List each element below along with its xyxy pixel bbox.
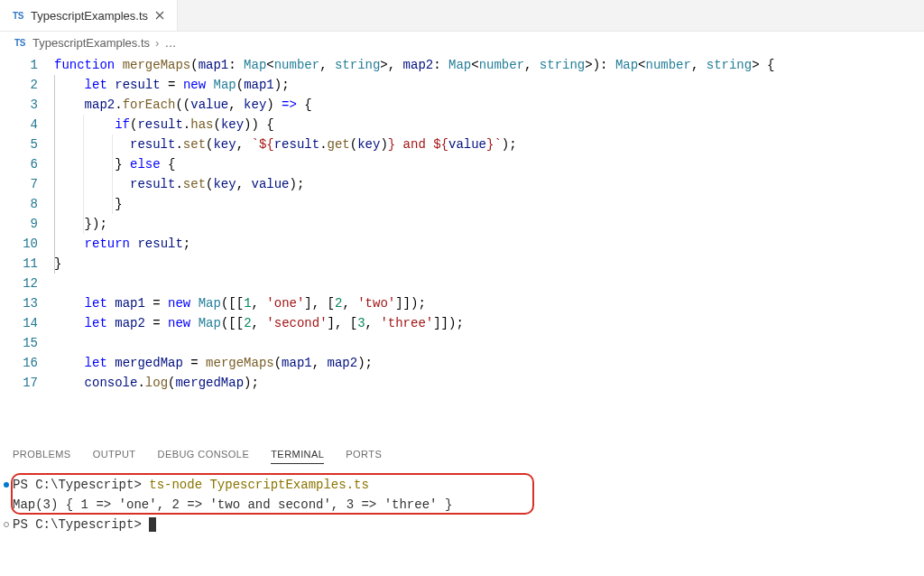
indent-guide <box>54 234 55 254</box>
indent-guide <box>112 135 113 154</box>
panel-tab-problems[interactable]: PROBLEMS <box>13 449 71 464</box>
code-line[interactable]: 10 return result; <box>0 234 924 254</box>
indent-guide <box>83 174 84 194</box>
line-number: 16 <box>0 353 54 373</box>
line-number: 7 <box>0 174 54 194</box>
indent-guide <box>54 95 55 115</box>
code-line[interactable]: 1function mergeMaps(map1: Map<number, st… <box>0 55 924 75</box>
terminal-status-dot-icon <box>4 482 9 488</box>
line-number: 11 <box>0 254 54 274</box>
line-number: 9 <box>0 214 54 234</box>
indent-guide <box>54 75 55 95</box>
line-number: 4 <box>0 115 54 135</box>
line-number: 13 <box>0 293 54 313</box>
code-content: function mergeMaps(map1: Map<number, str… <box>54 55 924 75</box>
line-number: 6 <box>0 154 54 174</box>
code-content: return result; <box>54 234 924 254</box>
tab-title: TypescriptExamples.ts <box>31 9 148 23</box>
terminal[interactable]: PS C:\Typescript> ts-node TypescriptExam… <box>0 469 924 540</box>
code-content <box>54 333 924 353</box>
panel-tab-bar: PROBLEMS OUTPUT DEBUG CONSOLE TERMINAL P… <box>0 441 924 469</box>
tab-typescript-examples[interactable]: TS TypescriptExamples.ts <box>0 0 178 31</box>
code-editor[interactable]: 1function mergeMaps(map1: Map<number, st… <box>0 53 924 405</box>
line-number: 15 <box>0 333 54 353</box>
code-content: } <box>54 194 924 214</box>
breadcrumb[interactable]: TS TypescriptExamples.ts › … <box>0 32 924 53</box>
line-number: 12 <box>0 274 54 293</box>
code-content: result.set(key, value); <box>54 174 924 194</box>
code-content: map2.forEach((value, key) => { <box>54 95 924 115</box>
line-number: 2 <box>0 75 54 95</box>
code-line[interactable]: 2 let result = new Map(map1); <box>0 75 924 95</box>
indent-guide <box>83 115 84 135</box>
typescript-file-icon: TS <box>13 35 27 50</box>
line-number: 3 <box>0 95 54 115</box>
indent-guide <box>112 154 113 174</box>
terminal-line: PS C:\Typescript> ts-node TypescriptExam… <box>13 475 911 495</box>
close-icon[interactable] <box>153 9 166 22</box>
chevron-right-icon: › <box>155 36 159 50</box>
indent-guide <box>54 254 55 274</box>
terminal-line: Map(3) { 1 => 'one', 2 => 'two and secon… <box>13 495 911 515</box>
code-line[interactable]: 12 <box>0 274 924 293</box>
code-line[interactable]: 17 console.log(mergedMap); <box>0 373 924 393</box>
terminal-line: PS C:\Typescript> <box>13 515 911 534</box>
code-line[interactable]: 11} <box>0 254 924 274</box>
indent-guide <box>83 214 84 234</box>
code-line[interactable]: 8 } <box>0 194 924 214</box>
indent-guide <box>83 194 84 214</box>
code-line[interactable]: 9 }); <box>0 214 924 234</box>
panel-tab-output[interactable]: OUTPUT <box>93 449 136 464</box>
editor-tab-bar: TS TypescriptExamples.ts <box>0 0 924 32</box>
indent-guide <box>54 135 55 154</box>
breadcrumb-more: … <box>164 36 176 50</box>
code-content: console.log(mergedMap); <box>54 373 924 393</box>
panel-tab-ports[interactable]: PORTS <box>346 449 382 464</box>
indent-guide <box>112 174 113 194</box>
code-content: result.set(key, `${result.get(key)} and … <box>54 135 924 154</box>
indent-guide <box>112 194 113 214</box>
indent-guide <box>54 174 55 194</box>
code-content: let result = new Map(map1); <box>54 75 924 95</box>
code-line[interactable]: 4 if(result.has(key)) { <box>0 115 924 135</box>
indent-guide <box>54 214 55 234</box>
code-line[interactable]: 15 <box>0 333 924 353</box>
code-content: } <box>54 254 924 274</box>
panel-tab-debug[interactable]: DEBUG CONSOLE <box>158 449 250 464</box>
code-content: let map2 = new Map([[2, 'second'], [3, '… <box>54 313 924 333</box>
code-content <box>54 274 924 293</box>
code-content: if(result.has(key)) { <box>54 115 924 135</box>
code-content: }); <box>54 214 924 234</box>
line-number: 17 <box>0 373 54 393</box>
code-content: } else { <box>54 154 924 174</box>
line-number: 5 <box>0 135 54 154</box>
indent-guide <box>83 154 84 174</box>
indent-guide <box>54 154 55 174</box>
code-line[interactable]: 7 result.set(key, value); <box>0 174 924 194</box>
code-line[interactable]: 13 let map1 = new Map([[1, 'one'], [2, '… <box>0 293 924 313</box>
indent-guide <box>54 115 55 135</box>
indent-guide <box>54 194 55 214</box>
terminal-cursor <box>149 517 156 532</box>
code-content: let mergedMap = mergeMaps(map1, map2); <box>54 353 924 373</box>
indent-guide <box>83 135 84 154</box>
code-line[interactable]: 6 } else { <box>0 154 924 174</box>
code-line[interactable]: 14 let map2 = new Map([[2, 'second'], [3… <box>0 313 924 333</box>
line-number: 1 <box>0 55 54 75</box>
typescript-file-icon: TS <box>11 8 25 23</box>
line-number: 14 <box>0 313 54 333</box>
code-line[interactable]: 16 let mergedMap = mergeMaps(map1, map2)… <box>0 353 924 373</box>
terminal-status-dot-icon <box>4 522 9 527</box>
panel-tab-terminal[interactable]: TERMINAL <box>271 449 324 464</box>
breadcrumb-file: TypescriptExamples.ts <box>32 36 150 50</box>
code-content: let map1 = new Map([[1, 'one'], [2, 'two… <box>54 293 924 313</box>
code-line[interactable]: 3 map2.forEach((value, key) => { <box>0 95 924 115</box>
line-number: 10 <box>0 234 54 254</box>
code-line[interactable]: 5 result.set(key, `${result.get(key)} an… <box>0 135 924 154</box>
line-number: 8 <box>0 194 54 214</box>
